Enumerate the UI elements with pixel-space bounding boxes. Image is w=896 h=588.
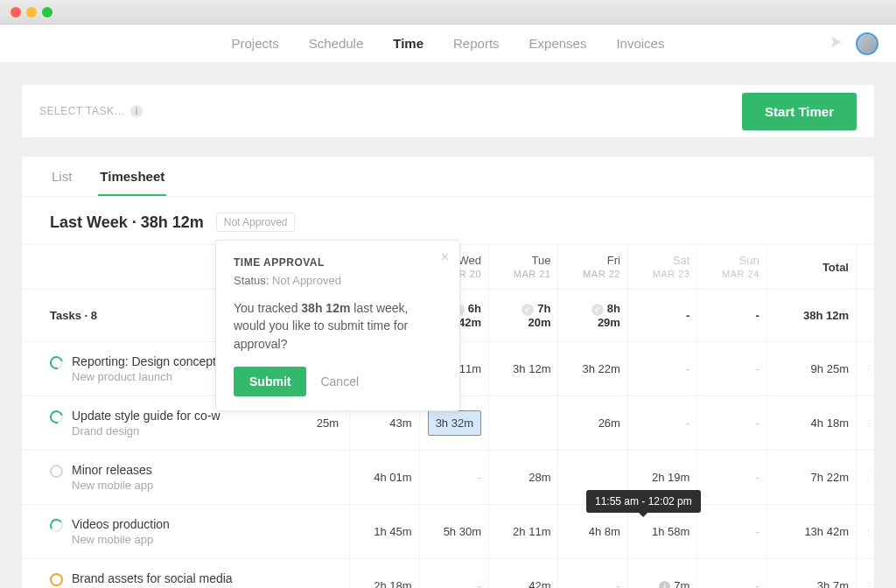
row-total: 9h 25m	[766, 342, 856, 396]
nav-links: Projects Schedule Time Reports Expenses …	[232, 36, 665, 51]
task-status-icon	[47, 354, 65, 371]
window-titlebar	[0, 0, 896, 24]
col-header: FriMAR 22	[558, 245, 627, 290]
delete-row-icon[interactable]: ⋮	[864, 581, 873, 588]
day-total: ✓7h 20m	[489, 290, 558, 342]
task-title[interactable]: Minor releases	[72, 463, 153, 477]
task-subtitle: New mobile app	[72, 533, 170, 546]
task-status-icon	[50, 465, 63, 478]
nav-expenses[interactable]: Expenses	[529, 36, 587, 51]
table-row: Videos production New mobile app 1h 45m …	[22, 505, 874, 559]
time-tooltip: 11:55 am - 12:02 pm	[586, 490, 701, 513]
delete-row-icon[interactable]: ⋮	[864, 418, 873, 429]
notifications-icon[interactable]	[830, 35, 844, 52]
time-cell[interactable]: -	[697, 505, 766, 559]
task-subtitle: New mobile app	[72, 479, 153, 492]
col-header: SatMAR 23	[627, 245, 696, 290]
time-cell[interactable]: -	[697, 559, 766, 589]
col-header: TueMAR 21	[489, 245, 558, 290]
time-cell[interactable]: -	[627, 342, 696, 396]
task-title[interactable]: Videos production	[72, 517, 170, 531]
traffic-light-zoom-icon[interactable]	[42, 7, 52, 18]
nav-schedule[interactable]: Schedule	[309, 36, 364, 51]
row-total: 4h 18m	[766, 396, 856, 451]
row-total: 13h 42m	[766, 505, 856, 559]
task-subtitle: New product launch	[72, 370, 227, 383]
time-cell[interactable]: -	[627, 396, 696, 451]
time-cell[interactable]: 3h 22m	[558, 342, 627, 396]
tab-list[interactable]: List	[50, 157, 74, 196]
status-badge: Not Approved	[216, 213, 296, 232]
delete-row-icon[interactable]: ⋮	[864, 527, 873, 537]
nav-time[interactable]: Time	[393, 36, 424, 51]
time-cell[interactable]: 1h 45m	[350, 505, 419, 559]
grand-total: 38h 12m	[766, 290, 856, 342]
row-total: 3h 7m	[766, 559, 856, 589]
traffic-light-close-icon[interactable]	[10, 7, 21, 18]
close-icon[interactable]: ×	[441, 249, 449, 265]
nav-invoices[interactable]: Invoices	[616, 36, 664, 51]
time-cell[interactable]: 42m	[489, 559, 558, 589]
time-cell[interactable]: 3h 12m	[489, 342, 558, 396]
time-cell[interactable]	[489, 396, 558, 451]
time-cell[interactable]: 4h 01m	[350, 451, 419, 505]
task-title[interactable]: Reporting: Design concept o	[72, 354, 227, 368]
start-timer-button[interactable]: Start Timer	[742, 93, 857, 130]
time-cell[interactable]: i7m	[627, 559, 696, 589]
popover-body: You tracked 38h 12m last week, would you…	[234, 299, 442, 353]
time-cell[interactable]: 28m	[489, 451, 558, 505]
time-cell[interactable]: -	[697, 451, 766, 505]
time-cell[interactable]: 2h 18m	[350, 559, 419, 589]
table-row: Minor releases New mobile app 4h 01m - 2…	[22, 451, 874, 505]
day-total: ✓8h 29m	[558, 290, 627, 342]
summary-row: Last Week · 38h 12m Not Approved	[22, 197, 874, 244]
approved-check-icon: ✓	[522, 304, 534, 316]
delete-row-icon[interactable]: ⋮	[864, 472, 873, 483]
cancel-button[interactable]: Cancel	[320, 374, 359, 388]
info-icon: i	[659, 581, 670, 588]
summary-title: Last Week · 38h 12m	[50, 214, 204, 232]
task-status-icon	[50, 573, 63, 586]
time-cell[interactable]: 26m	[558, 396, 627, 451]
time-approval-popover: × TIME APPROVAL Status: Not Approved You…	[215, 240, 460, 411]
traffic-light-minimize-icon[interactable]	[26, 7, 37, 18]
col-header: SunMAR 24	[697, 245, 766, 290]
day-total: -	[697, 290, 766, 342]
top-nav: Projects Schedule Time Reports Expenses …	[0, 24, 896, 63]
row-total: 7h 22m	[766, 451, 856, 505]
select-task[interactable]: SELECT TASK… i	[39, 105, 143, 117]
task-status-icon	[47, 408, 65, 425]
tab-timesheet[interactable]: Timesheet	[98, 157, 166, 196]
view-tabs: List Timesheet	[22, 157, 874, 197]
time-cell[interactable]: 5h 30m	[419, 505, 488, 559]
timer-bar: SELECT TASK… i Start Timer	[21, 84, 875, 138]
task-subtitle: Drand design	[72, 424, 220, 438]
table-row: Brand assets for social media Brand desi…	[22, 559, 874, 589]
submit-button[interactable]: Submit	[234, 367, 306, 396]
nav-projects[interactable]: Projects	[232, 36, 279, 51]
time-cell[interactable]: -	[419, 559, 488, 589]
nav-reports[interactable]: Reports	[453, 36, 500, 51]
select-task-label: SELECT TASK…	[39, 105, 125, 117]
popover-status: Status: Not Approved	[234, 274, 442, 287]
task-status-icon	[49, 518, 64, 533]
col-total: Total	[766, 245, 856, 290]
time-cell[interactable]: 25m	[317, 416, 342, 430]
time-cell[interactable]: -	[697, 396, 766, 451]
time-cell[interactable]: -	[697, 342, 766, 396]
time-cell[interactable]: -	[558, 559, 627, 589]
task-title[interactable]: Brand assets for social media	[72, 571, 233, 585]
popover-heading: TIME APPROVAL	[234, 256, 442, 269]
day-total: -	[627, 290, 696, 342]
approved-check-icon: ✓	[592, 304, 604, 316]
task-title[interactable]: Update style guide for co-w	[72, 409, 220, 423]
avatar[interactable]	[856, 32, 878, 55]
time-cell[interactable]: -	[419, 451, 488, 505]
delete-row-icon[interactable]: ⋮	[864, 364, 873, 374]
time-cell[interactable]: 2h 11m	[489, 505, 558, 559]
info-icon: i	[130, 105, 143, 117]
